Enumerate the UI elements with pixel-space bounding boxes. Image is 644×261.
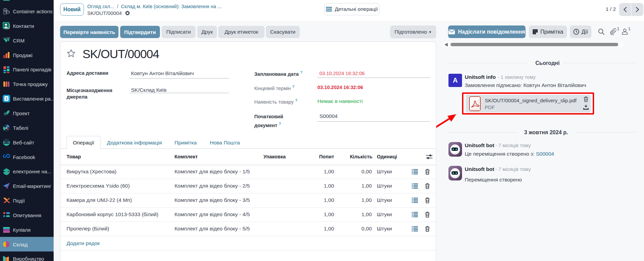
svg-text:$: $	[5, 97, 7, 101]
